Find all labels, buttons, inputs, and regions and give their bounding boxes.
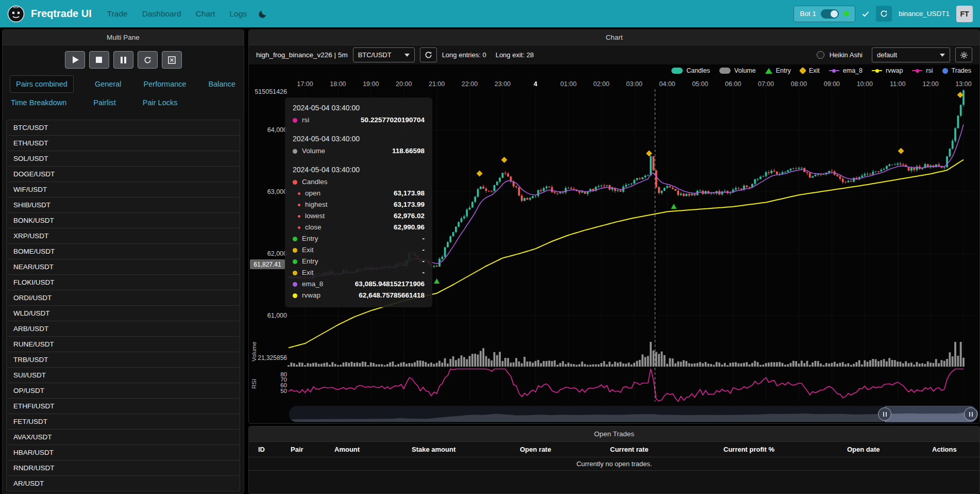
freqtrade-logo-icon[interactable] xyxy=(7,5,25,23)
col-stake-amount: Stake amount xyxy=(402,446,511,453)
chart-panel: Chart high_frog_binance_v226 | 5m BTC/US… xyxy=(248,29,980,424)
play-button[interactable] xyxy=(65,51,85,69)
legend-item-ema-8[interactable]: ema_8 xyxy=(829,67,863,74)
reload-bot-button[interactable] xyxy=(876,6,892,22)
close-box-icon xyxy=(168,56,176,64)
pair-list-item-floki-usdt[interactable]: FLOKI/USDT xyxy=(6,274,240,290)
tab-pair-locks[interactable]: Pair Locks xyxy=(142,94,179,111)
tooltip-value: - xyxy=(423,267,425,278)
stop-button[interactable] xyxy=(89,51,109,69)
plot-config-select[interactable]: default xyxy=(872,47,950,62)
col-current-rate: Current rate xyxy=(601,446,714,453)
price-chart[interactable]: 17:0018:0019:0020:0021:0022:0023:00401:0… xyxy=(249,77,980,402)
chart-legend: CandlesVolumeEntryExitema_8rvwaprsiTrade… xyxy=(249,64,979,77)
bot-selector[interactable]: Bot 1 xyxy=(793,6,855,22)
open-trades-header: Open Trades xyxy=(249,426,979,442)
pair-list-item-eth-usdt[interactable]: ETH/USDT xyxy=(6,135,240,151)
nav-link-dashboard[interactable]: Dashboard xyxy=(142,9,181,19)
reload-pairs-button[interactable] xyxy=(138,51,158,69)
nav-link-logs[interactable]: Logs xyxy=(229,9,247,19)
multi-pane-title: Multi Pane xyxy=(107,34,140,41)
pair-list-item-trb-usdt[interactable]: TRB/USDT xyxy=(6,352,240,368)
legend-item-rsi[interactable]: rsi xyxy=(912,67,933,74)
pair-select[interactable]: BTC/USDT xyxy=(353,47,415,62)
legend-item-entry[interactable]: Entry xyxy=(765,67,791,74)
pause-icon xyxy=(121,57,126,63)
pair-list-item-sol-usdt[interactable]: SOL/USDT xyxy=(6,151,240,167)
pair-list-item-ar-usdt[interactable]: AR/USDT xyxy=(6,475,240,491)
tooltip-row: ema_863,085.948152171906 xyxy=(293,278,425,290)
pair-list-item-shib-usdt[interactable]: SHIB/USDT xyxy=(6,197,240,213)
col-open-rate: Open rate xyxy=(511,446,601,453)
heikin-ashi-checkbox[interactable] xyxy=(817,51,824,59)
legend-item-rvwap[interactable]: rvwap xyxy=(872,67,903,74)
series-dot xyxy=(293,180,297,185)
open-trades-title: Open Trades xyxy=(594,430,634,438)
chart-navigator[interactable] xyxy=(289,406,978,422)
refresh-chart-button[interactable] xyxy=(420,47,437,62)
pair-list-item-hbar-usdt[interactable]: HBAR/USDT xyxy=(6,444,240,460)
legend-item-volume[interactable]: Volume xyxy=(719,67,756,74)
legend-item-candles[interactable]: Candles xyxy=(671,67,710,74)
legend-label: Entry xyxy=(776,67,791,74)
pair-list-item-xrp-usdt[interactable]: XRP/USDT xyxy=(6,228,240,244)
pair-list-item-rndr-usdt[interactable]: RNDR/USDT xyxy=(6,460,240,476)
plot-settings-button[interactable] xyxy=(955,47,972,62)
pair-list-item-fet-usdt[interactable]: FET/USDT xyxy=(6,414,240,430)
series-dot xyxy=(293,248,297,253)
theme-toggle-button[interactable] xyxy=(258,9,267,19)
stop-icon xyxy=(96,57,102,63)
pair-list-item-near-usdt[interactable]: NEAR/USDT xyxy=(6,259,240,275)
tab-time-breakdown[interactable]: Time Breakdown xyxy=(10,94,67,111)
long-entries-stat: Long entries: 0 xyxy=(442,51,486,59)
user-avatar[interactable]: FT xyxy=(956,6,973,22)
nav-link-chart[interactable]: Chart xyxy=(196,9,215,19)
legend-label: Exit xyxy=(809,67,820,74)
bot-toggle[interactable] xyxy=(821,9,839,19)
pair-list-item-btc-usdt[interactable]: BTC/USDT xyxy=(6,120,240,136)
tab-performance[interactable]: Performance xyxy=(143,76,188,92)
navigator-selected-region[interactable] xyxy=(885,406,974,422)
bot-name-label: Bot 1 xyxy=(800,10,816,18)
pair-list-item-doge-usdt[interactable]: DOGE/USDT xyxy=(6,166,240,182)
tooltip-value: 62,976.02 xyxy=(394,210,425,222)
tooltip-value: - xyxy=(423,233,425,244)
tab-balance[interactable]: Balance xyxy=(208,76,236,92)
col-actions: Actions xyxy=(923,446,980,453)
tab-pairs-combined[interactable]: Pairs combined xyxy=(10,75,74,93)
pair-list-item-arb-usdt[interactable]: ARB/USDT xyxy=(6,321,240,337)
tooltip-section: 2024-05-04 03:40:00rsi50.22577020190704 xyxy=(293,104,425,126)
pair-list-item-sui-usdt[interactable]: SUI/USDT xyxy=(6,367,240,383)
tooltip-row: highest63,173.99 xyxy=(293,199,425,210)
pair-list-item-op-usdt[interactable]: OP/USDT xyxy=(6,383,240,399)
moon-icon xyxy=(258,9,267,19)
pair-list-item-wif-usdt[interactable]: WIF/USDT xyxy=(6,182,240,197)
pair-list-item-avax-usdt[interactable]: AVAX/USDT xyxy=(6,429,240,445)
svg-text:61,000: 61,000 xyxy=(267,312,287,319)
pair-list-item-ordi-usdt[interactable]: ORDI/USDT xyxy=(6,290,240,306)
tooltip-value: 63,173.99 xyxy=(394,199,425,210)
pair-list-item-bome-usdt[interactable]: BOME/USDT xyxy=(6,243,240,259)
pair-list-item-bonk-usdt[interactable]: BONK/USDT xyxy=(6,212,240,228)
nav-link-trade[interactable]: Trade xyxy=(107,9,128,19)
legend-item-exit[interactable]: Exit xyxy=(800,67,820,74)
open-trades-panel: Open Trades IDPairAmountStake amountOpen… xyxy=(248,426,980,494)
brand-title[interactable]: Freqtrade UI xyxy=(31,8,92,20)
col-amount: Amount xyxy=(325,446,402,453)
svg-text:08:00: 08:00 xyxy=(791,80,807,88)
navigator-handle-right[interactable] xyxy=(964,407,977,421)
navigator-handle-left[interactable] xyxy=(878,407,891,421)
pair-list: BTC/USDTETH/USDTSOL/USDTDOGE/USDTWIF/USD… xyxy=(3,120,244,491)
pair-list-item-rune-usdt[interactable]: RUNE/USDT xyxy=(6,336,240,352)
tooltip-label: open xyxy=(305,188,320,199)
close-all-button[interactable] xyxy=(162,51,182,69)
pause-button[interactable] xyxy=(113,51,133,69)
tab-general[interactable]: General xyxy=(94,76,123,92)
trades-marker-icon xyxy=(942,68,948,74)
tab-pairlist[interactable]: Pairlist xyxy=(92,94,117,111)
pair-list-item-wld-usdt[interactable]: WLD/USDT xyxy=(6,305,240,321)
pair-list-item-ethfi-usdt[interactable]: ETHFI/USDT xyxy=(6,398,240,414)
legend-item-trades[interactable]: Trades xyxy=(942,67,971,74)
tooltip-label: Exit xyxy=(302,267,314,278)
svg-text:23:00: 23:00 xyxy=(495,80,511,88)
